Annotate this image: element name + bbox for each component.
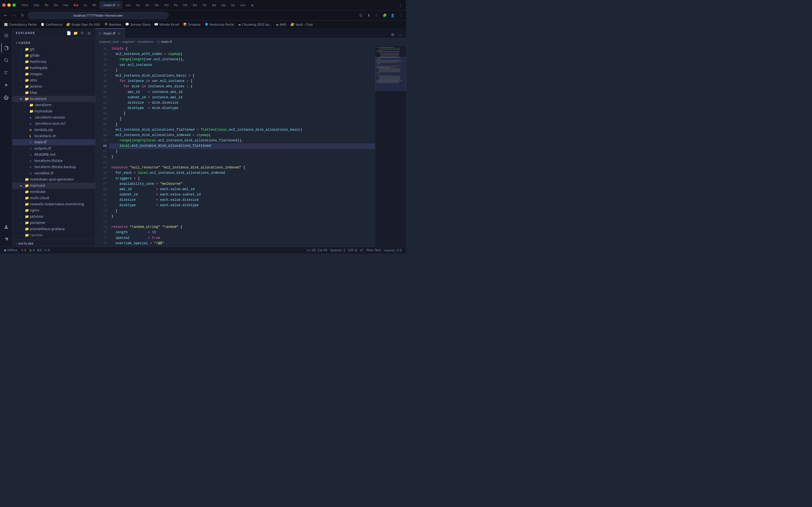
status-language[interactable]: Plain Text [365, 247, 382, 253]
coder-root-header[interactable]: ▾ CODER [12, 40, 95, 46]
new-file-button[interactable]: 📄 [66, 31, 71, 36]
sidebar-item-terraform-version[interactable]: ≡ .terraform-version [12, 114, 95, 121]
sidebar-item-pktvisor[interactable]: › 📁 pktvisor [12, 214, 95, 220]
forward-button[interactable]: → [11, 12, 17, 19]
sidebar-item-tfstate-backup[interactable]: ≡ terraform.tfstate.backup [12, 164, 95, 170]
bookmark-aws[interactable]: ☁️ AWS [274, 21, 288, 27]
sidebar-item-localstack[interactable]: ▾ 📂 localstack [12, 96, 95, 102]
sidebar-item-minikube[interactable]: › 📁 minikube [12, 189, 95, 195]
browser-tab-se2[interactable]: Se [229, 1, 237, 9]
sidebar-item-markdown-quiz[interactable]: › 📁 markdown-quiz-generator [12, 176, 95, 182]
browser-tab-ad[interactable]: Ad [210, 1, 218, 9]
browser-tab-wi[interactable]: Wi [90, 1, 99, 9]
bookmark-email[interactable]: 📧 Vibrato Email [153, 21, 181, 27]
breadcrumb-vagrant-root[interactable]: vagrant_root [99, 40, 119, 44]
sidebar-item-mermaid[interactable]: ▾ 📁 mermaid [12, 182, 95, 189]
sidebar-item-main-tf[interactable]: ⬡ main.tf [12, 139, 95, 145]
browser-tab-sit[interactable]: Sit [200, 1, 209, 9]
browser-tab-up[interactable]: Up [219, 1, 228, 9]
editor-tab-main-tf[interactable]: ⬡ main.tf ✕ [96, 29, 125, 38]
account-icon[interactable] [1, 222, 11, 232]
refresh-explorer-button[interactable]: ↻ [80, 31, 85, 36]
minimize-button[interactable] [7, 3, 11, 7]
sidebar-item-terraform-lock[interactable]: ≡ .terraform.lock.hcl [12, 121, 95, 127]
download-icon[interactable]: ⬇ [365, 12, 372, 19]
maximize-button[interactable] [12, 3, 16, 7]
sidebar-item-mymodule[interactable]: › 📁 mymodule [12, 108, 95, 114]
bookmark-bamboo[interactable]: 🎋 Bamboo [102, 21, 123, 27]
bookmark-icon[interactable]: ☆ [373, 12, 380, 19]
bookmark-vault[interactable]: 🔐 Vault - Chat [289, 21, 315, 27]
browser-tab-vss[interactable]: vss [123, 1, 133, 9]
browser-tab-github-co[interactable]: co [81, 1, 89, 9]
status-sync[interactable]: ↻ 0 [43, 247, 51, 253]
sidebar-item-localstack-sh[interactable]: $ localstack.sh [12, 133, 95, 139]
settings-icon[interactable] [1, 234, 11, 244]
browser-tab-co[interactable]: Co [71, 1, 80, 9]
status-offline[interactable]: Offline [2, 247, 19, 253]
sidebar-item-ldap[interactable]: › 📁 ldap [12, 90, 95, 96]
status-info[interactable]: ℹ 0 [36, 247, 43, 253]
more-tabs-button[interactable]: ⋮ [397, 2, 404, 8]
browser-tab-main-tf[interactable]: ⬡ main.tf ✕ [99, 1, 122, 9]
browser-tab-gmail[interactable]: M Int [19, 1, 31, 9]
collapse-all-button[interactable]: ⊟ [86, 31, 92, 36]
sidebar-item-images[interactable]: › 📁 images [12, 71, 95, 77]
status-spaces[interactable]: Spaces: 2 [329, 247, 346, 253]
browser-tab-str[interactable]: str [143, 1, 152, 9]
menu-icon[interactable]: ⋮ [397, 12, 404, 19]
bookmark-slack[interactable]: 💬 Servian Slack [123, 21, 152, 27]
sidebar-item-tfstate[interactable]: ≡ terraform.tfstate [12, 158, 95, 164]
status-position[interactable]: Ln 20, Col 45 [306, 247, 329, 253]
close-button[interactable] [2, 3, 6, 7]
bookmark-hashicorp[interactable]: 🔷 Hashicorp Portal [203, 21, 236, 27]
bookmark-consultancy[interactable]: 🏢 Consultancy Portal [2, 21, 38, 27]
browser-tab-ha[interactable]: ha [134, 1, 142, 9]
reload-button[interactable]: ↻ [19, 12, 26, 19]
breadcrumb-localstack[interactable]: localstack [138, 40, 153, 44]
google-icon[interactable]: G [357, 12, 364, 19]
browser-tab-htt2[interactable]: htt [181, 1, 190, 9]
code-content[interactable]: locals { ec2_instance_with_index = zipma… [109, 46, 375, 247]
source-control-icon[interactable] [1, 68, 11, 78]
outline-header[interactable]: › OUTLINE [12, 240, 95, 247]
browser-tab-pa[interactable]: Pa [43, 1, 51, 9]
sidebar-item-gitlab[interactable]: › 📁 gitlab [12, 52, 95, 59]
sidebar-item-terraform-dir[interactable]: › 📁 .terraform [12, 102, 95, 108]
more-actions-button[interactable]: ⋯ [397, 31, 404, 38]
browser-tab-vss2[interactable]: vss [238, 1, 248, 9]
sidebar-item-nginx[interactable]: › 📁 nginx [12, 207, 95, 214]
browser-tab-se[interactable]: S Se [31, 1, 42, 9]
new-folder-button[interactable]: 📁 [73, 31, 79, 36]
sidebar-item-hashicorp[interactable]: › 📁 hashicorp [12, 59, 95, 65]
sidebar-item-istio[interactable]: › 📁 istio [12, 77, 95, 83]
search-icon[interactable] [1, 55, 11, 65]
new-tab-button[interactable]: + [248, 1, 256, 9]
extensions-icon[interactable] [1, 93, 11, 103]
browser-tab-do[interactable]: Do [52, 1, 60, 9]
sidebar-item-git[interactable]: › 📁 git [12, 46, 95, 52]
sidebar-item-outputs-tf[interactable]: ⬡ outputs.tf [12, 145, 95, 152]
sidebar-item-prometheus[interactable]: › 📁 prometheus-grafana [12, 226, 95, 232]
bookmark-confluence[interactable]: 📋 Confluence [39, 21, 64, 27]
sidebar-item-rancher[interactable]: › 📁 rancher [12, 232, 95, 238]
sidebar-item-jenkins[interactable]: › 📁 jenkins [12, 83, 95, 90]
close-tab-button[interactable]: ✕ [116, 3, 120, 7]
url-bar[interactable] [28, 12, 168, 19]
browser-tab-ma[interactable]: ma [61, 1, 70, 9]
extension-icon[interactable]: 🧩 [381, 12, 388, 19]
sidebar-item-multi-cloud[interactable]: › 📁 multi-cloud [12, 195, 95, 201]
run-icon[interactable] [1, 80, 11, 90]
browser-tab-de2[interactable]: De [191, 1, 199, 9]
sidebar-item-hashiqube[interactable]: › 📁 hashiqube [12, 65, 95, 71]
status-warnings[interactable]: ⚠ 0 [28, 247, 36, 253]
status-encoding[interactable]: UTF-8 [347, 247, 358, 253]
back-button[interactable]: ← [2, 12, 9, 19]
profile-icon[interactable]: 👤 [389, 12, 396, 19]
menu-icon-activity[interactable] [1, 31, 11, 41]
bookmark-cloudeng[interactable]: ☁️ Cloudeng 2031 by... [236, 21, 273, 27]
breadcrumb-main-tf[interactable]: ⬡ main.tf [157, 40, 172, 44]
status-line-ending[interactable]: LF [359, 247, 364, 253]
split-editor-button[interactable]: ⧉ [389, 31, 396, 38]
bookmark-sso[interactable]: 🔐 Single Sign On SSO [64, 21, 102, 27]
